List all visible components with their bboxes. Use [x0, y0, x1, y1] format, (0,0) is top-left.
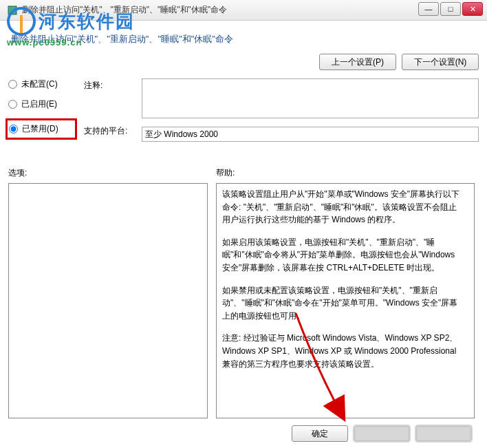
maximize-button[interactable]: □	[440, 2, 461, 16]
options-label: 选项:	[8, 167, 208, 179]
window-title: 删除并阻止访问"关机"、"重新启动"、"睡眠"和"休眠"命令	[22, 4, 484, 16]
options-box	[8, 183, 208, 418]
ok-button[interactable]: 确定	[292, 425, 348, 442]
prev-setting-button[interactable]: 上一个设置(P)	[319, 54, 396, 70]
radio-enabled[interactable]: 已启用(E)	[8, 98, 77, 110]
platform-field: 至少 Windows 2000	[142, 127, 479, 142]
help-paragraph: 该策略设置阻止用户从"开始"菜单或"Windows 安全"屏幕执行以下命令: "…	[222, 188, 463, 226]
apply-button[interactable]	[415, 425, 472, 442]
radio-not-configured-label: 未配置(C)	[21, 78, 58, 90]
comment-label: 注释:	[84, 78, 135, 120]
help-paragraph: 注意: 经过验证与 Microsoft Windows Vista、Window…	[222, 332, 463, 370]
cancel-button[interactable]	[354, 425, 410, 442]
help-label: 帮助:	[216, 167, 479, 179]
radio-not-configured[interactable]: 未配置(C)	[8, 78, 77, 90]
help-box[interactable]: 该策略设置阻止用户从"开始"菜单或"Windows 安全"屏幕执行以下命令: "…	[216, 183, 475, 418]
radio-not-configured-input[interactable]	[8, 80, 17, 89]
svg-rect-0	[8, 6, 17, 14]
titlebar: 删除并阻止访问"关机"、"重新启动"、"睡眠"和"休眠"命令 ― □ ✕	[0, 0, 487, 21]
radio-enabled-input[interactable]	[8, 100, 17, 109]
radio-disabled-input[interactable]	[9, 125, 18, 134]
help-paragraph: 如果启用该策略设置，电源按钮和"关机"、"重新启动"、"睡眠"和"休眠"命令将从…	[222, 236, 463, 275]
radio-disabled[interactable]: 已禁用(D)	[6, 118, 77, 140]
next-setting-button[interactable]: 下一个设置(N)	[402, 54, 479, 70]
help-paragraph: 如果禁用或未配置该策略设置，电源按钮和"关机"、"重新启动"、"睡眠"和"休眠"…	[222, 284, 463, 323]
platform-label: 支持的平台:	[84, 125, 135, 137]
radio-disabled-label: 已禁用(D)	[22, 123, 58, 135]
app-icon	[7, 5, 18, 16]
policy-title: 删除并阻止访问"关机"、"重新启动"、"睡眠"和"休眠"命令	[11, 33, 479, 45]
comment-input[interactable]	[142, 78, 479, 118]
radio-enabled-label: 已启用(E)	[21, 98, 57, 110]
minimize-button[interactable]: ―	[418, 2, 439, 16]
close-button[interactable]: ✕	[462, 2, 483, 16]
